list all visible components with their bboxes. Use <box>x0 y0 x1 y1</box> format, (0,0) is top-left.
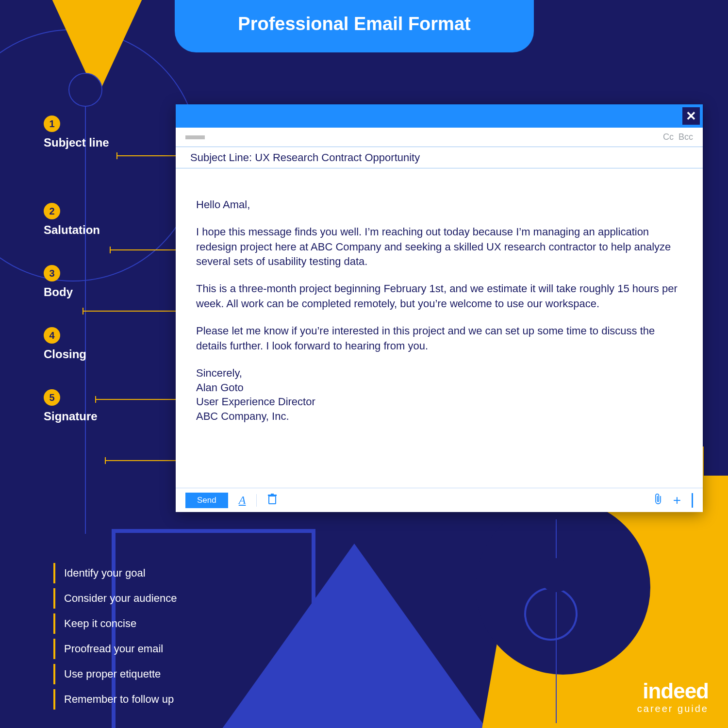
page-title-banner: Professional Email Format <box>175 0 534 52</box>
to-placeholder-icon <box>185 135 205 139</box>
tip-item: Keep it concise <box>53 613 177 634</box>
page-title: Professional Email Format <box>238 14 470 34</box>
logo-brand: indeed <box>637 679 709 703</box>
svg-rect-2 <box>271 494 274 495</box>
logo-subtitle: career guide <box>637 703 709 714</box>
tip-item: Consider your audience <box>53 588 177 609</box>
callout-label: Body <box>44 285 170 299</box>
tips-list: Identify your goal Consider your audienc… <box>53 563 177 714</box>
email-body-paragraph: This is a three-month project beginning … <box>196 281 682 311</box>
attachment-icon[interactable] <box>654 493 662 508</box>
email-subject-text: Subject Line: UX Research Contract Oppor… <box>190 151 420 164</box>
callout-label: Signature <box>44 410 170 423</box>
add-icon[interactable]: + <box>673 493 681 508</box>
signature-company: ABC Company, Inc. <box>196 409 682 424</box>
email-titlebar: ✕ <box>176 104 703 128</box>
send-button-label: Send <box>197 496 216 505</box>
callout-number: 1 <box>44 116 60 132</box>
email-compose-window: ✕ Cc Bcc Subject Line: UX Research Contr… <box>176 104 703 512</box>
email-body-area[interactable]: Hello Amal, I hope this message finds yo… <box>176 168 703 433</box>
callout-signature: 5 Signature <box>44 389 170 423</box>
callout-closing: 4 Closing <box>44 327 170 361</box>
callout-body: 3 Body <box>44 265 170 299</box>
callout-number: 3 <box>44 265 60 281</box>
callout-number: 2 <box>44 203 60 219</box>
callout-number: 5 <box>44 389 60 406</box>
connector-line <box>83 311 188 312</box>
close-icon[interactable]: ✕ <box>682 107 700 125</box>
email-subject-row[interactable]: Subject Line: UX Research Contract Oppor… <box>176 147 703 168</box>
tip-item: Remember to follow up <box>53 689 177 710</box>
toolbar-divider <box>692 493 693 508</box>
email-toolbar: Send A + <box>176 488 703 512</box>
bg-dot <box>68 73 102 107</box>
callout-salutation: 2 Salutation <box>44 203 170 237</box>
bg-ring <box>524 587 578 641</box>
signature-name: Alan Goto <box>196 381 682 395</box>
cc-bcc-toggles[interactable]: Cc Bcc <box>663 132 693 142</box>
tip-item: Use proper etiquette <box>53 664 177 684</box>
tip-item: Identify your goal <box>53 563 177 583</box>
bcc-label[interactable]: Bcc <box>678 132 693 142</box>
indeed-logo: indeed career guide <box>637 679 709 714</box>
font-format-icon[interactable]: A <box>239 494 246 507</box>
email-body-paragraph: I hope this message finds you well. I’m … <box>196 225 682 269</box>
callout-list: 1 Subject line 2 Salutation 3 Body 4 Clo… <box>44 116 170 451</box>
callout-subject-line: 1 Subject line <box>44 116 170 149</box>
callout-label: Salutation <box>44 223 170 237</box>
signature-title: User Experience Director <box>196 395 682 409</box>
bg-triangle <box>209 544 500 728</box>
svg-rect-0 <box>269 496 276 504</box>
callout-number: 4 <box>44 327 60 344</box>
signature-valediction: Sincerely, <box>196 366 682 381</box>
email-closing-paragraph: Please let me know if you’re interested … <box>196 324 682 353</box>
callout-label: Subject line <box>44 136 170 149</box>
callout-label: Closing <box>44 347 170 361</box>
cc-label[interactable]: Cc <box>663 132 674 142</box>
tip-item: Proofread your email <box>53 639 177 659</box>
bg-dot <box>539 558 573 592</box>
connector-line <box>95 399 188 400</box>
send-button[interactable]: Send <box>185 493 228 508</box>
toolbar-divider <box>256 494 257 507</box>
email-salutation: Hello Amal, <box>196 198 682 212</box>
email-to-row[interactable]: Cc Bcc <box>176 128 703 147</box>
bg-line <box>556 519 557 723</box>
trash-icon[interactable] <box>267 494 277 507</box>
email-signature: Sincerely, Alan Goto User Experience Dir… <box>196 366 682 424</box>
